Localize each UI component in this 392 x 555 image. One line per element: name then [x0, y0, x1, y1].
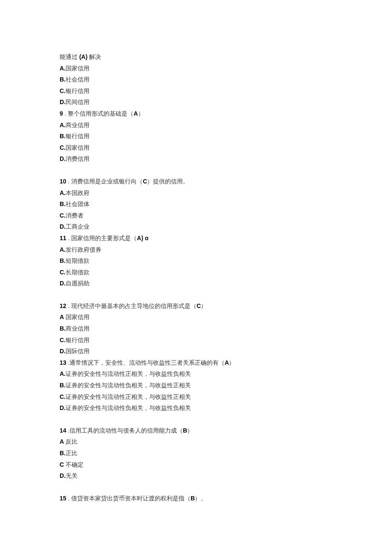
- option-text: 社会信用: [66, 76, 89, 83]
- option-text: 消费者: [66, 212, 84, 219]
- q15-number: 15: [60, 495, 66, 502]
- option-text: 国家信用: [66, 144, 89, 151]
- spacer: [60, 482, 332, 493]
- option-text: 证券的安全性与流动性正相关，与收益性负相关: [66, 370, 191, 377]
- q13-number: 13: [60, 359, 66, 366]
- q12-option-d: D.国际信用: [60, 346, 332, 357]
- option-text: 消费信用: [66, 155, 89, 162]
- q10-stem: 10 . 消费信用是企业或银行向（C）提供的信用。: [60, 176, 332, 187]
- q11-stem-text: . 国家信用的主要形式是（: [66, 235, 137, 241]
- q9-option-d: D.消费信用: [60, 153, 332, 165]
- option-text: 发行政府债券: [66, 246, 101, 253]
- option-label: C.: [60, 87, 66, 94]
- q9-answer: A: [133, 110, 138, 117]
- q8-stem-cont: 能通过 (A) 解决: [60, 51, 332, 63]
- q12-stem: 12 . 现代经济中最基本的占主导地位的信用形式是（C）: [60, 300, 332, 312]
- q13-answer: A: [225, 359, 229, 366]
- q9-stem: 9 . 整个信用形式的基础是（A）: [60, 108, 332, 119]
- option-text: 短期借款: [66, 257, 89, 264]
- option-label: A.: [60, 189, 66, 196]
- q8-option-c: C.银行信用: [60, 85, 332, 97]
- q10-option-b: B.社会团体: [60, 198, 332, 210]
- q13-option-c: C.证券的安全性与流动性正相关，与收益性正相关: [60, 391, 332, 403]
- option-text: 证券的安全性与流动性负相关，与收益性负相关: [66, 404, 191, 411]
- option-label: D.: [60, 99, 66, 105]
- option-label: B.: [60, 450, 66, 456]
- option-text: 银行信用: [66, 87, 89, 94]
- option-text: 银行信用: [66, 133, 89, 139]
- option-label: A.: [60, 370, 66, 377]
- q12-answer: C: [196, 302, 201, 309]
- q10-stem-text: . 消费信用是企业或银行向（: [66, 178, 143, 185]
- option-label: A: [60, 438, 64, 445]
- q8-stem-pre: 能通过: [60, 53, 79, 60]
- option-text: 自愿捐助: [66, 280, 89, 287]
- option-text: 本国政府: [66, 189, 89, 196]
- q12-option-b: B.商业信用: [60, 323, 332, 334]
- option-text: 证券的安全性与流动性正相关，与收益性正相关: [66, 393, 191, 400]
- spacer: [60, 165, 332, 176]
- spacer: [60, 289, 332, 300]
- q10-option-c: C.消费者: [60, 210, 332, 221]
- option-text: 证券的安全性与流动性负相关，与收益性正相关: [66, 382, 191, 389]
- option-label: A.: [60, 122, 66, 128]
- option-text: 民间信用: [66, 99, 89, 105]
- q8-option-a: A.国家信用: [60, 63, 332, 74]
- option-label: B.: [60, 257, 66, 264]
- option-label: D.: [60, 155, 66, 162]
- option-text: 商业信用: [66, 325, 89, 332]
- option-text: 商业信用: [66, 122, 89, 128]
- q12-option-a: A 国家信用: [60, 311, 332, 323]
- q11-option-a: A.发行政府债券: [60, 244, 332, 256]
- spacer: [60, 414, 332, 425]
- option-label: C.: [60, 337, 66, 343]
- q9-stem-text: . 整个信用形式的基础是（: [63, 110, 134, 117]
- q10-number: 10: [60, 178, 66, 185]
- q12-stem-text: . 现代经济中最基本的占主导地位的信用形式是（: [66, 302, 197, 309]
- q14-option-a: A 反比: [60, 436, 332, 447]
- q9-option-a: A.商业信用: [60, 119, 332, 131]
- option-text: 国家信用: [66, 65, 89, 72]
- option-text: 银行信用: [66, 337, 89, 343]
- q13-stem: 13 .通常情况下，安全性、流动性与收益性三者关系正确的有（A）: [60, 357, 332, 369]
- option-text: 国家信用: [64, 314, 89, 320]
- document-page: 能通过 (A) 解决 A.国家信用 B.社会信用 C.银行信用 D.民间信用 9…: [0, 0, 392, 555]
- option-label: C.: [60, 212, 66, 219]
- option-label: D.: [60, 280, 66, 287]
- q11-option-d: D.自愿捐助: [60, 278, 332, 289]
- q11-option-c: C.长期借款: [60, 267, 332, 278]
- q14-answer: B: [183, 427, 187, 434]
- q13-option-d: D.证券的安全性与流动性负相关，与收益性负相关: [60, 402, 332, 414]
- q14-stem: 14 .信用工具的流动性与债务人的信用能力成（B）: [60, 425, 332, 436]
- q14-option-b: B.正比: [60, 447, 332, 459]
- q11-stem-post: ) o: [141, 235, 148, 241]
- q10-stem-post: ）提供的信用。: [147, 178, 189, 185]
- q13-stem-post: ）: [229, 359, 235, 366]
- option-text: 工商企业: [66, 223, 89, 230]
- q11-stem: 11 . 国家信用的主要形式是（A) o: [60, 232, 332, 244]
- option-label: B.: [60, 76, 66, 83]
- q14-option-c: C 不确定: [60, 459, 332, 471]
- option-label: A.: [60, 246, 66, 253]
- option-label: D.: [60, 472, 66, 479]
- option-label: B.: [60, 133, 66, 139]
- q12-stem-post: ）: [201, 302, 207, 309]
- option-label: C: [60, 461, 64, 468]
- option-label: C.: [60, 144, 66, 151]
- option-text: 社会团体: [66, 200, 89, 207]
- option-text: 国际信用: [66, 348, 89, 355]
- q15-answer: B: [190, 495, 195, 502]
- option-label: D.: [60, 223, 66, 230]
- q10-answer: C: [143, 178, 147, 185]
- option-text: 反比: [64, 438, 78, 445]
- option-label: D.: [60, 348, 66, 355]
- q15-stem-post: ）。: [195, 495, 207, 502]
- q10-option-a: A.本国政府: [60, 187, 332, 199]
- q13-option-b: B.证券的安全性与流动性负相关，与收益性正相关: [60, 380, 332, 391]
- q14-stem-text: .信用工具的流动性与债务人的信用能力成（: [66, 427, 183, 434]
- q11-option-b: B.短期借款: [60, 255, 332, 267]
- q14-number: 14: [60, 427, 66, 434]
- option-label: C.: [60, 269, 66, 276]
- q8-option-b: B.社会信用: [60, 74, 332, 85]
- q9-option-b: B.银行信用: [60, 131, 332, 142]
